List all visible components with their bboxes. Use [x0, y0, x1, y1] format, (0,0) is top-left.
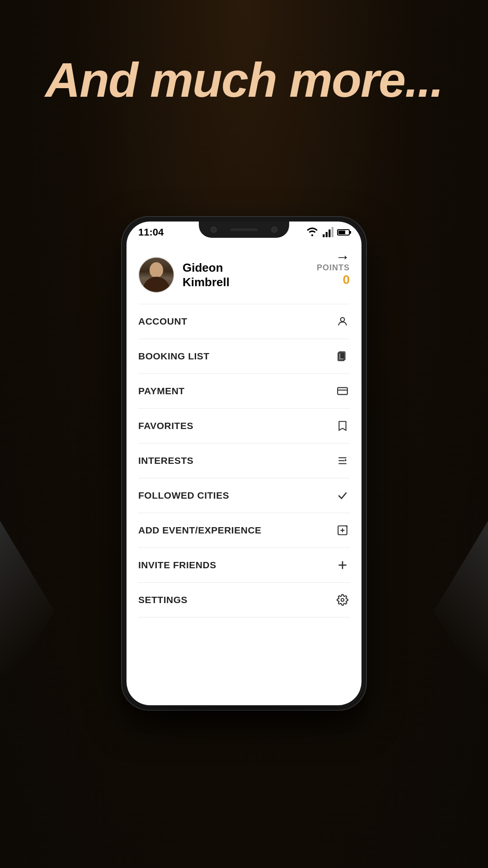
booking-icon: [335, 349, 350, 363]
phone-frame: 11:04: [122, 217, 366, 710]
battery-fill: [338, 231, 345, 234]
points-value: 0: [317, 273, 350, 287]
status-time: 11:04: [138, 226, 164, 238]
menu-item-account[interactable]: ACCOUNT: [138, 304, 350, 339]
status-icons: [306, 226, 350, 238]
headline: And much more...: [0, 54, 488, 105]
menu-label-account: ACCOUNT: [138, 316, 188, 327]
menu-item-settings[interactable]: SETTINGS: [138, 582, 350, 618]
menu-label-interests: INTERESTS: [138, 455, 193, 466]
forward-arrow[interactable]: →: [335, 249, 350, 265]
svg-rect-3: [328, 230, 330, 237]
settings-icon: [335, 593, 350, 607]
camera-left: [211, 226, 217, 233]
menu-label-add-event: ADD EVENT/EXPERIENCE: [138, 525, 262, 536]
profile-section: Gideon Kimbrell POINTS 0: [127, 243, 361, 304]
account-icon: [335, 314, 350, 329]
svg-rect-7: [340, 353, 344, 359]
avatar-image: [139, 258, 174, 292]
svg-point-20: [341, 599, 344, 602]
screen-content: → Gideon Kimbrell POINTS 0: [127, 243, 361, 705]
menu-item-followed-cities[interactable]: FOLLOWED CITIES: [138, 478, 350, 513]
menu-list: ACCOUNT BOOKING LIST: [127, 304, 361, 618]
profile-left: Gideon Kimbrell: [138, 257, 230, 293]
battery-icon: [337, 229, 350, 236]
notch: [199, 222, 289, 238]
menu-label-payment: PAYMENT: [138, 386, 185, 396]
invite-friends-icon: [335, 558, 350, 572]
menu-item-add-event[interactable]: ADD EVENT/EXPERIENCE: [138, 513, 350, 547]
signal-icon: [322, 226, 333, 238]
svg-point-0: [311, 234, 313, 236]
menu-item-interests[interactable]: INTERESTS: [138, 443, 350, 478]
wifi-icon: [306, 226, 318, 238]
payment-icon: [335, 384, 350, 398]
svg-rect-4: [332, 227, 333, 237]
favorites-icon: [335, 419, 350, 433]
camera-right: [271, 226, 277, 233]
menu-label-followed-cities: FOLLOWED CITIES: [138, 490, 229, 501]
svg-point-5: [341, 317, 345, 321]
menu-item-invite-friends[interactable]: INVITE FRIENDS: [138, 547, 350, 582]
profile-name: Gideon Kimbrell: [183, 260, 230, 290]
interests-icon: [335, 453, 350, 468]
profile-points: POINTS 0: [317, 263, 350, 287]
menu-label-settings: SETTINGS: [138, 594, 188, 605]
avatar[interactable]: [138, 257, 174, 293]
svg-rect-1: [323, 234, 324, 237]
menu-label-invite-friends: INVITE FRIENDS: [138, 560, 216, 571]
menu-item-favorites[interactable]: FAVORITES: [138, 408, 350, 443]
menu-label-booking: BOOKING LIST: [138, 351, 210, 362]
speaker: [230, 228, 258, 231]
add-event-icon: [335, 523, 350, 538]
menu-item-payment[interactable]: PAYMENT: [138, 373, 350, 408]
phone-screen: 11:04: [127, 222, 361, 705]
svg-rect-2: [326, 232, 328, 237]
menu-label-favorites: FAVORITES: [138, 420, 193, 431]
followed-cities-icon: [335, 488, 350, 503]
svg-rect-9: [338, 387, 347, 394]
phone-mockup: 11:04: [122, 217, 366, 710]
menu-item-booking[interactable]: BOOKING LIST: [138, 339, 350, 373]
